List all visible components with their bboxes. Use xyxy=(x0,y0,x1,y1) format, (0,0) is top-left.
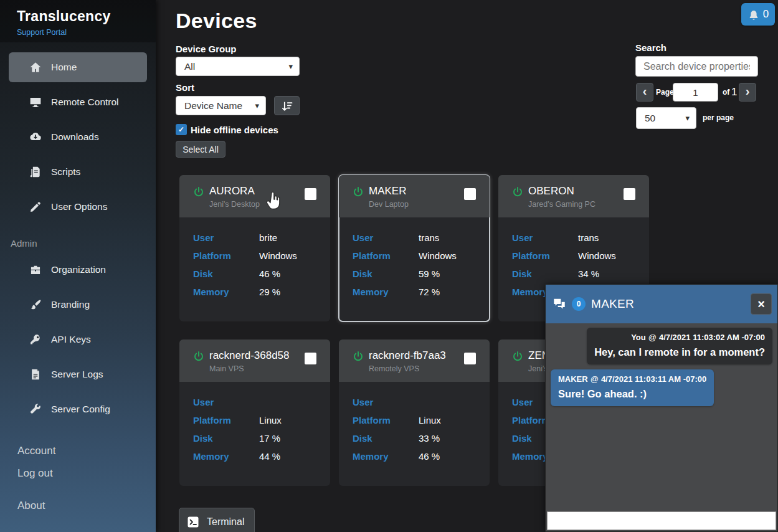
notifications-button[interactable]: 0 xyxy=(741,3,775,26)
device-select-checkbox[interactable] xyxy=(624,188,635,200)
page-number-input[interactable] xyxy=(673,83,718,102)
memory-value: 44 % xyxy=(259,451,280,462)
app-window: Translucency Support Portal Home Remote … xyxy=(0,0,778,532)
sidebar-item-label: User Options xyxy=(51,201,107,212)
disk-value: 34 % xyxy=(578,268,599,279)
disk-label: Disk xyxy=(193,433,259,444)
sort-direction-button[interactable] xyxy=(274,96,300,115)
device-card-header: racknerd-fb7aa3 Remotely VPS xyxy=(339,340,490,382)
device-name: OBERON xyxy=(528,185,574,197)
sidebar-item-branding[interactable]: Branding xyxy=(0,287,156,322)
device-card-header: AURORA Jeni's Desktop xyxy=(179,175,330,217)
search-input[interactable] xyxy=(635,56,758,77)
sidebar-item-label: Organization xyxy=(51,264,106,275)
disk-label: Disk xyxy=(353,433,419,444)
sort-amount-icon xyxy=(281,100,293,111)
account-link[interactable]: Account xyxy=(0,440,156,462)
notification-count: 0 xyxy=(763,8,769,21)
platform-label: Platform xyxy=(193,250,259,261)
chat-timestamp: 4/7/2021 11:03:02 AM -07:00 xyxy=(659,333,765,342)
disk-value: 17 % xyxy=(259,433,280,444)
sidebar-item-api-keys[interactable]: API Keys xyxy=(0,322,156,357)
memory-label: Memory xyxy=(353,287,419,297)
device-card-header: MAKER Dev Laptop xyxy=(339,175,490,217)
terminal-label: Terminal xyxy=(207,516,244,528)
per-page-select[interactable]: 50 ▾ xyxy=(636,107,696,129)
chat-sep: @ xyxy=(588,374,601,384)
platform-label: Platform xyxy=(353,250,419,261)
sidebar-nav: Home Remote Control Downloads Scripts xyxy=(0,50,156,224)
chat-message-meta: You@4/7/2021 11:03:02 AM -07:00 xyxy=(594,333,765,342)
chat-message-list: You@4/7/2021 11:03:02 AM -07:00 Hey, can… xyxy=(546,323,777,511)
sidebar-item-home[interactable]: Home xyxy=(9,52,147,82)
device-card-maker[interactable]: MAKER Dev Laptop Usertrans PlatformWindo… xyxy=(339,175,490,321)
platform-label: Platform xyxy=(193,415,259,425)
sidebar-item-organization[interactable]: Organization xyxy=(0,252,156,287)
device-group-label: Device Group xyxy=(176,44,237,54)
chat-sender: You xyxy=(631,333,646,342)
paintbrush-icon xyxy=(29,298,42,311)
user-value: brite xyxy=(259,232,277,243)
chat-message-outgoing: You@4/7/2021 11:03:02 AM -07:00 Hey, can… xyxy=(587,328,772,364)
prev-page-button[interactable]: ‹ xyxy=(636,83,653,102)
platform-value: Windows xyxy=(259,250,297,261)
chat-close-button[interactable]: × xyxy=(751,293,772,315)
sort-label: Sort xyxy=(176,82,194,93)
brand-subtitle-link[interactable]: Support Portal xyxy=(17,28,156,37)
sidebar-item-label: Server Config xyxy=(51,404,110,415)
user-label: User xyxy=(193,232,259,243)
hide-offline-label[interactable]: Hide offline devices xyxy=(191,125,278,135)
sidebar-item-label: Downloads xyxy=(51,131,99,143)
platform-value: Windows xyxy=(578,250,616,261)
chat-message-input[interactable] xyxy=(547,511,776,530)
platform-value: Linux xyxy=(419,415,441,425)
terminal-button[interactable]: Terminal xyxy=(179,508,255,532)
sidebar-item-label: Branding xyxy=(51,299,90,310)
next-page-button[interactable]: › xyxy=(739,83,756,102)
of-label: of xyxy=(723,83,729,102)
sidebar-item-scripts[interactable]: Scripts xyxy=(0,154,156,189)
platform-label: Platform xyxy=(353,415,419,425)
sidebar-item-user-options[interactable]: User Options xyxy=(0,189,156,224)
logout-link[interactable]: Log out xyxy=(0,462,156,485)
per-page-value: 50 xyxy=(645,113,655,124)
chevron-down-icon: ▾ xyxy=(685,113,690,123)
device-select-checkbox[interactable] xyxy=(305,188,316,200)
memory-value: 72 % xyxy=(419,287,440,297)
disk-label: Disk xyxy=(193,268,259,279)
device-card-header: OBERON Jared's Gaming PC xyxy=(498,175,649,217)
device-card-aurora[interactable]: AURORA Jeni's Desktop Userbrite Platform… xyxy=(179,175,330,321)
select-all-button[interactable]: Select All xyxy=(176,141,225,158)
chat-message-text: Hey, can I remote in for a moment? xyxy=(594,346,765,358)
device-group-value: All xyxy=(184,61,195,72)
device-name: AURORA xyxy=(209,185,255,197)
chat-window-header[interactable]: 0 MAKER × xyxy=(546,285,777,323)
sidebar-item-remote-control[interactable]: Remote Control xyxy=(0,85,156,120)
sidebar-item-downloads[interactable]: Downloads xyxy=(0,120,156,154)
monitor-icon xyxy=(29,96,42,108)
brand-title: Translucency xyxy=(17,8,156,25)
about-link[interactable]: About xyxy=(0,495,156,517)
memory-label: Memory xyxy=(193,451,259,462)
sort-select[interactable]: Device Name ▾ xyxy=(176,96,266,115)
device-card-racknerd-368d58[interactable]: racknerd-368d58 Main VPS User PlatformLi… xyxy=(179,340,330,486)
device-name: MAKER xyxy=(369,185,406,197)
platform-value: Linux xyxy=(259,415,282,425)
hide-offline-checkbox[interactable]: ✓ xyxy=(176,124,187,135)
chat-message-incoming: MAKER@4/7/2021 11:03:11 AM -07:00 Sure! … xyxy=(551,369,714,406)
device-name: racknerd-368d58 xyxy=(209,349,290,362)
device-select-checkbox[interactable] xyxy=(305,353,316,364)
platform-label: Platform xyxy=(512,250,578,261)
admin-section-label: Admin xyxy=(11,238,37,249)
device-select-checkbox[interactable] xyxy=(464,188,476,200)
device-card-racknerd-fb7aa3[interactable]: racknerd-fb7aa3 Remotely VPS User Platfo… xyxy=(339,340,490,486)
device-select-checkbox[interactable] xyxy=(464,353,476,364)
memory-value: 46 % xyxy=(419,451,440,462)
sidebar-item-server-logs[interactable]: Server Logs xyxy=(0,357,156,392)
chat-timestamp: 4/7/2021 11:03:11 AM -07:00 xyxy=(601,374,706,384)
sidebar-item-server-config[interactable]: Server Config xyxy=(0,392,156,427)
power-icon xyxy=(193,186,204,197)
power-icon xyxy=(353,351,364,362)
device-group-select[interactable]: All ▾ xyxy=(176,57,300,76)
pencil-icon xyxy=(29,201,42,213)
